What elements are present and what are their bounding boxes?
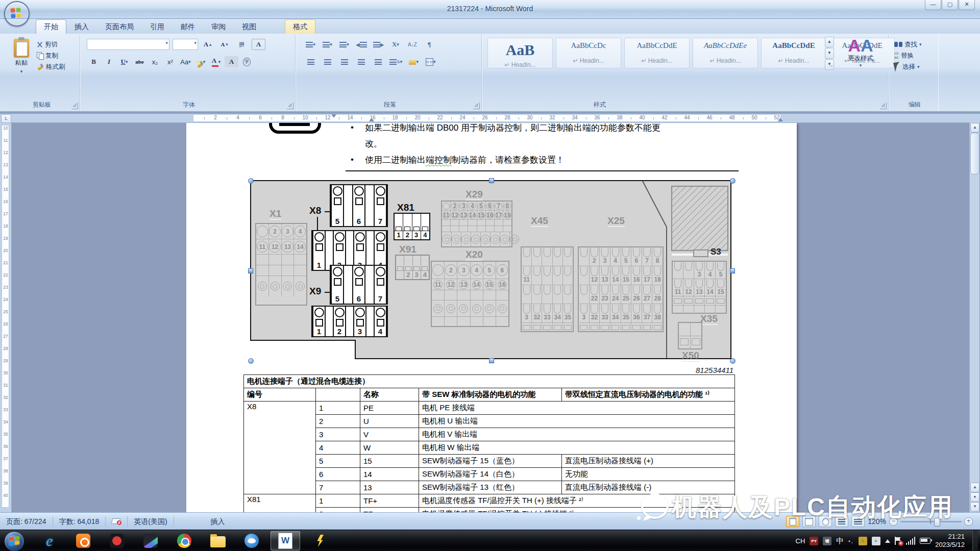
bold-button[interactable]: B — [87, 56, 101, 67]
change-case-button[interactable]: Aa▾ — [179, 56, 192, 67]
scrollbar-thumb[interactable] — [970, 133, 979, 174]
cut-button[interactable]: 剪切 — [37, 39, 65, 50]
selection-handle[interactable] — [489, 358, 494, 363]
scroll-up-icon[interactable]: ▲ — [970, 123, 979, 133]
align-left-button[interactable] — [304, 56, 317, 67]
asian-layout-button[interactable]: X▾ — [388, 39, 402, 50]
align-right-button[interactable] — [337, 56, 351, 67]
find-button[interactable]: 查找▾ — [894, 39, 922, 50]
enclose-characters-button[interactable]: 字 — [240, 56, 254, 67]
style-card-3[interactable]: AaBbCcDdE ↵ Headin... — [624, 38, 690, 68]
taskbar-app-orange[interactable] — [68, 531, 98, 550]
document-page[interactable]: • 如果二进制输出端 DB00 用于制动器控制，则二进制输出端的功能参数不能更 … — [186, 122, 797, 512]
decrease-indent-button[interactable]: ◀ — [354, 39, 369, 50]
tray-sogou-icon[interactable]: S — [859, 537, 867, 545]
taskbar-app-design[interactable] — [136, 531, 165, 550]
tray-show-hidden-icon[interactable] — [885, 539, 890, 543]
tray-ime-mode[interactable]: 中 — [836, 536, 844, 546]
view-outline-button[interactable] — [835, 516, 848, 527]
subscript-button[interactable]: x₂ — [148, 56, 162, 67]
highlight-button[interactable]: ▾ — [194, 56, 208, 67]
status-language[interactable]: 英语(美国) — [128, 516, 174, 527]
taskbar-app-bolt[interactable] — [305, 531, 335, 550]
previous-page-icon[interactable]: ▲ — [970, 483, 979, 492]
tray-language[interactable]: CH — [796, 537, 805, 545]
status-insert-mode[interactable]: 插入 — [205, 516, 231, 527]
tab-page-layout[interactable]: 页面布局 — [97, 19, 142, 34]
first-line-indent-marker[interactable] — [331, 114, 336, 118]
status-proofing[interactable]: ✗ — [106, 516, 128, 527]
strikethrough-button[interactable]: abe — [133, 56, 146, 67]
selection-handle[interactable] — [730, 358, 736, 364]
character-border-button[interactable]: A — [252, 39, 265, 50]
style-card-2[interactable]: AaBbCcDc ↵ Headin... — [556, 38, 621, 68]
tray-notes-icon[interactable]: ≡ — [872, 537, 880, 545]
tab-review[interactable]: 审阅 — [203, 19, 234, 34]
style-card-4[interactable]: AaBbCcDdEe ↵ Headin... — [693, 38, 758, 68]
format-painter-button[interactable]: 格式刷 — [37, 61, 65, 72]
distribute-button[interactable] — [371, 56, 385, 67]
italic-button[interactable]: I — [102, 56, 116, 67]
align-center-button[interactable] — [321, 56, 334, 67]
underline-button[interactable]: U▾ — [117, 56, 131, 67]
zoom-slider[interactable]: − + — [889, 517, 973, 526]
styles-scroll-up-icon[interactable]: ▲ — [825, 37, 834, 47]
multilevel-list-button[interactable]: ▾ — [337, 39, 351, 50]
network-signal-icon[interactable] — [906, 537, 916, 545]
tab-home[interactable]: 开始 — [36, 19, 66, 34]
style-card-5[interactable]: AaBbCcDdE ↵ Headin... — [761, 38, 826, 68]
selection-handle[interactable] — [730, 268, 735, 273]
minimize-button[interactable]: — — [925, 0, 941, 10]
view-draft-button[interactable] — [851, 516, 865, 527]
view-fullscreen-reading-button[interactable] — [802, 516, 816, 527]
zoom-slider-thumb[interactable] — [934, 518, 940, 527]
taskbar-chrome[interactable] — [169, 531, 199, 550]
show-desktop-button[interactable] — [972, 530, 978, 551]
replace-button[interactable]: abac 替换 — [894, 50, 922, 61]
taskbar-internet-explorer[interactable]: e — [35, 531, 64, 550]
font-color-button[interactable]: A ▾ — [209, 56, 223, 67]
line-spacing-button[interactable]: ⇅▾ — [388, 56, 404, 67]
zoom-out-icon[interactable]: − — [889, 517, 898, 526]
office-button[interactable] — [4, 1, 30, 27]
tray-ime-py-icon[interactable]: PY — [810, 537, 818, 545]
taskbar-file-explorer[interactable] — [203, 531, 233, 550]
zoom-level[interactable]: 120% — [868, 517, 886, 525]
horizontal-ruler[interactable]: 2468101214161820222426283032343638404244… — [0, 114, 980, 123]
styles-dialog-launcher-icon[interactable]: ◿ — [880, 103, 887, 109]
vertical-scrollbar[interactable]: ▲ ▲ ● ▼ — [969, 122, 979, 512]
start-button[interactable] — [4, 531, 24, 551]
status-page-count[interactable]: 页面: 67/224 — [0, 516, 53, 527]
taskbar-word-active[interactable]: W — [271, 531, 300, 550]
show-marks-button[interactable]: ¶ — [422, 39, 436, 50]
justify-button[interactable] — [354, 56, 368, 67]
grow-font-button[interactable]: A▲ — [201, 39, 215, 50]
tab-selector-box[interactable]: L — [1, 114, 11, 123]
action-center-flag-icon[interactable]: ✕ — [895, 537, 901, 545]
selection-handle[interactable] — [489, 178, 494, 183]
vertical-ruler[interactable]: 1011121314151617181920212223242526272829… — [0, 122, 12, 512]
borders-button[interactable]: ▾ — [424, 56, 437, 67]
shading-button[interactable]: ▾ — [407, 56, 421, 67]
close-button[interactable]: ✕ — [959, 0, 975, 10]
zoom-in-icon[interactable]: + — [964, 517, 973, 526]
wiring-diagram[interactable]: X1X8X9X81X91X29X20X45X25S3X35X5056712345… — [250, 180, 732, 360]
next-page-icon[interactable]: ▼ — [970, 502, 979, 512]
superscript-button[interactable]: x² — [163, 56, 177, 67]
style-card-1[interactable]: AaB ↵ Headin... — [487, 38, 553, 68]
taskbar-app-blue[interactable] — [237, 531, 266, 550]
sort-button[interactable]: A↓Z — [405, 39, 419, 50]
shrink-font-button[interactable]: A▼ — [218, 39, 232, 50]
browse-object-icon[interactable]: ● — [970, 492, 979, 502]
tab-mailings[interactable]: 邮件 — [173, 19, 203, 34]
view-print-layout-button[interactable] — [786, 516, 799, 527]
tab-view[interactable]: 视图 — [234, 19, 264, 34]
selection-handle[interactable] — [248, 358, 254, 364]
view-web-layout-button[interactable] — [819, 516, 832, 527]
increase-indent-button[interactable]: ▶ — [372, 39, 386, 50]
clipboard-dialog-launcher-icon[interactable]: ◿ — [71, 103, 78, 109]
selection-handle[interactable] — [248, 268, 253, 273]
styles-scroll-down-icon[interactable]: ▼ — [825, 48, 834, 59]
phonetic-guide-button[interactable]: 拼 — [235, 39, 249, 50]
selection-handle[interactable] — [248, 178, 254, 184]
